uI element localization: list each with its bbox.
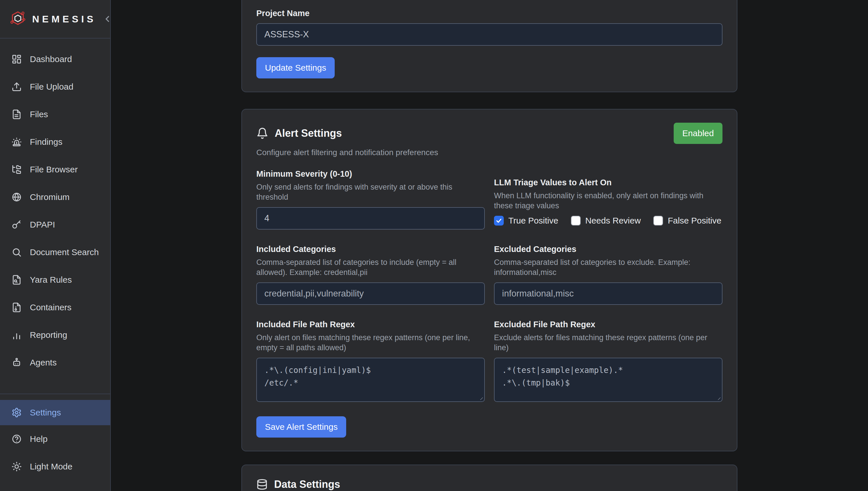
project-settings-card: Project Name Update Settings bbox=[241, 0, 737, 92]
sidebar-item-dashboard[interactable]: Dashboard bbox=[0, 46, 110, 73]
bell-icon bbox=[256, 127, 268, 139]
nemesis-logo-icon bbox=[10, 10, 27, 28]
data-settings-title: Data Settings bbox=[274, 479, 340, 490]
triage-options-row: True Positive Needs Review False Positiv… bbox=[494, 216, 721, 230]
sidebar-item-file-upload[interactable]: File Upload bbox=[0, 73, 110, 100]
min-severity-description: Only send alerts for findings with sever… bbox=[256, 182, 485, 202]
data-settings-card: Data Settings Configure data retention a… bbox=[241, 465, 737, 491]
sidebar-item-label: File Upload bbox=[30, 82, 73, 92]
update-settings-button[interactable]: Update Settings bbox=[256, 57, 335, 79]
llm-triage-description: When LLM functionality is enabled, only … bbox=[494, 191, 722, 210]
sidebar-footer: Settings Help Light Mode bbox=[0, 394, 110, 486]
included-categories-label: Included Categories bbox=[256, 244, 336, 254]
llm-triage-label: LLM Triage Values to Alert On bbox=[494, 178, 612, 187]
checkbox-icon bbox=[494, 216, 504, 226]
excluded-categories-input[interactable] bbox=[494, 282, 722, 305]
triage-option-true-positive[interactable]: True Positive bbox=[494, 216, 558, 226]
sidebar-item-label: DPAPI bbox=[30, 220, 55, 230]
sidebar-item-label: Light Mode bbox=[30, 462, 72, 471]
included-regex-field: Included File Path Regex Only alert on f… bbox=[256, 320, 485, 402]
min-severity-label: Minimum Severity (0-10) bbox=[256, 169, 352, 179]
sidebar-item-label: Findings bbox=[30, 137, 62, 147]
llm-triage-field: LLM Triage Values to Alert On When LLM f… bbox=[494, 169, 722, 230]
sidebar-item-label: Document Search bbox=[30, 248, 99, 257]
upload-icon bbox=[11, 82, 22, 92]
sidebar-item-settings[interactable]: Settings bbox=[0, 400, 110, 425]
sidebar-item-help[interactable]: Help bbox=[0, 425, 110, 453]
included-categories-input[interactable] bbox=[256, 282, 485, 305]
database-icon bbox=[256, 479, 268, 490]
gear-icon bbox=[11, 407, 22, 418]
save-alert-settings-button[interactable]: Save Alert Settings bbox=[256, 416, 346, 438]
logo-row: NEMESIS bbox=[0, 0, 110, 38]
sidebar: NEMESIS Dashboard File Upload Files Find… bbox=[0, 0, 111, 491]
sidebar-item-label: Reporting bbox=[30, 330, 67, 340]
excluded-regex-textarea[interactable] bbox=[494, 358, 722, 402]
sidebar-item-dpapi[interactable]: DPAPI bbox=[0, 211, 110, 238]
excluded-regex-label: Excluded File Path Regex bbox=[494, 320, 595, 329]
included-regex-description: Only alert on files matching these regex… bbox=[256, 333, 485, 352]
container-file-icon bbox=[11, 302, 22, 313]
sidebar-item-findings[interactable]: Findings bbox=[0, 128, 110, 156]
globe-icon bbox=[11, 192, 22, 202]
folder-tree-icon bbox=[11, 164, 22, 175]
sidebar-item-label: Agents bbox=[30, 358, 57, 368]
sidebar-item-label: Settings bbox=[30, 408, 61, 417]
alert-status-badge: Enabled bbox=[674, 123, 722, 144]
sidebar-item-label: Help bbox=[30, 434, 48, 444]
included-regex-label: Included File Path Regex bbox=[256, 320, 355, 329]
alert-settings-subtitle: Configure alert filtering and notificati… bbox=[256, 148, 722, 157]
sidebar-item-document-search[interactable]: Document Search bbox=[0, 238, 110, 266]
project-name-label: Project Name bbox=[256, 9, 722, 18]
bot-icon bbox=[11, 357, 22, 368]
key-icon bbox=[11, 220, 22, 230]
help-circle-icon bbox=[11, 434, 22, 444]
main-content: Project Name Update Settings Alert Setti… bbox=[111, 0, 868, 491]
min-severity-field: Minimum Severity (0-10) Only send alerts… bbox=[256, 169, 485, 230]
sidebar-item-chromium[interactable]: Chromium bbox=[0, 183, 110, 211]
sun-icon bbox=[11, 461, 22, 472]
excluded-regex-description: Exclude alerts for files matching these … bbox=[494, 333, 722, 352]
sidebar-item-label: Files bbox=[30, 110, 48, 119]
sidebar-nav: Dashboard File Upload Files Findings Fil… bbox=[0, 38, 110, 491]
project-name-input[interactable] bbox=[256, 23, 722, 46]
included-regex-textarea[interactable] bbox=[256, 358, 485, 402]
bar-chart-icon bbox=[11, 330, 22, 340]
alert-settings-card: Alert Settings Enabled Configure alert f… bbox=[241, 109, 737, 451]
siren-icon bbox=[11, 137, 22, 147]
sidebar-item-files[interactable]: Files bbox=[0, 100, 110, 128]
brand-name: NEMESIS bbox=[32, 13, 96, 25]
sidebar-item-label: Containers bbox=[30, 302, 71, 312]
excluded-categories-field: Excluded Categories Comma-separated list… bbox=[494, 244, 722, 305]
sidebar-item-containers[interactable]: Containers bbox=[0, 294, 110, 321]
sidebar-item-label: Dashboard bbox=[30, 54, 72, 64]
min-severity-input[interactable] bbox=[256, 207, 485, 230]
file-text-icon bbox=[11, 109, 22, 119]
sidebar-item-label: Chromium bbox=[30, 192, 69, 202]
file-search-icon bbox=[11, 275, 22, 285]
dashboard-icon bbox=[11, 54, 22, 64]
search-icon bbox=[11, 247, 22, 257]
sidebar-item-label: Yara Rules bbox=[30, 275, 72, 285]
sidebar-item-light-mode[interactable]: Light Mode bbox=[0, 453, 110, 480]
included-categories-description: Comma-separated list of categories to in… bbox=[256, 257, 485, 277]
alert-settings-title: Alert Settings bbox=[275, 127, 342, 139]
sidebar-item-file-browser[interactable]: File Browser bbox=[0, 156, 110, 183]
sidebar-item-agents[interactable]: Agents bbox=[0, 349, 110, 376]
checkbox-icon bbox=[571, 216, 581, 226]
sidebar-item-reporting[interactable]: Reporting bbox=[0, 321, 110, 349]
checkbox-icon bbox=[653, 216, 663, 226]
included-categories-field: Included Categories Comma-separated list… bbox=[256, 244, 485, 305]
excluded-regex-field: Excluded File Path Regex Exclude alerts … bbox=[494, 320, 722, 402]
excluded-categories-description: Comma-separated list of categories to ex… bbox=[494, 257, 722, 277]
sidebar-item-yara-rules[interactable]: Yara Rules bbox=[0, 266, 110, 294]
excluded-categories-label: Excluded Categories bbox=[494, 244, 577, 254]
triage-option-needs-review[interactable]: Needs Review bbox=[571, 216, 641, 226]
sidebar-item-label: File Browser bbox=[30, 165, 78, 174]
triage-option-false-positive[interactable]: False Positive bbox=[653, 216, 721, 226]
